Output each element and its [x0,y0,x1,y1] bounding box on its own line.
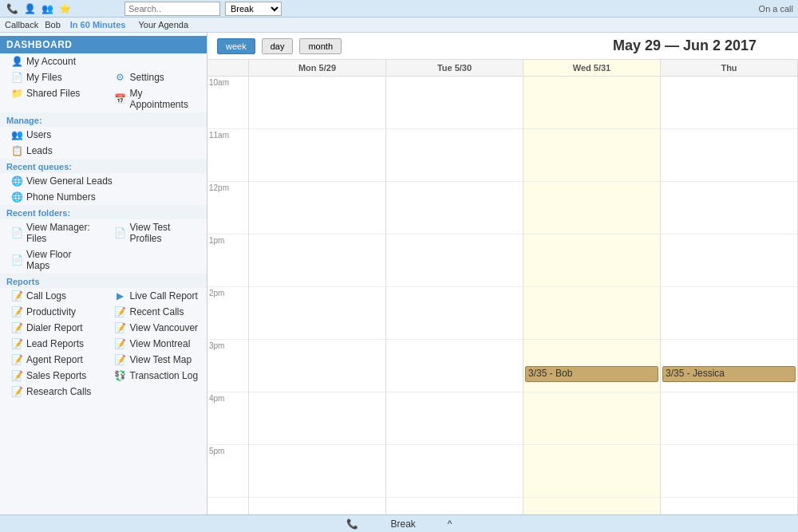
transaction-log-label: Transaction Log [130,370,199,381]
leads-label: Leads [26,145,53,156]
calendar: week day month May 29 — Jun 2 2017 Mon 5… [207,33,798,514]
time-2pm: 2pm [207,287,248,340]
productivity-label: Productivity [26,306,76,317]
bob-label: Bob [45,20,61,30]
view-month-button[interactable]: month [299,38,342,54]
agent-report-label: Agent Report [26,354,83,365]
tue-slot-3 [386,182,523,234]
sidebar-item-transaction-log[interactable]: 💱 Transaction Log [104,368,207,384]
mon-slot-2 [249,129,385,182]
sidebar-item-live-call[interactable]: ▶ Live Call Report [104,288,207,304]
mon-slot-6 [249,340,385,392]
dashboard-header: DASHBOARD [0,36,207,53]
event-jessica-label: 3/35 - Jessica [666,368,725,379]
sidebar-item-floor-maps[interactable]: 📄 View Floor Maps [0,246,104,274]
sidebar-item-recent-calls[interactable]: 📝 Recent Calls [104,304,207,320]
sidebar-item-shared-files[interactable]: 📁 Shared Files [0,85,104,101]
general-leads-icon: 🌐 [11,175,22,187]
live-call-icon: ▶ [115,290,126,301]
sidebar-item-my-account[interactable]: 👤 My Account [0,53,207,69]
star-icon: ⭐ [57,2,72,16]
cal-col-wed: 3/35 - Bob [523,77,661,514]
thu-slot-7 [661,392,797,445]
sidebar: DASHBOARD 👤 My Account 📄 My Files 📁 Shar… [0,33,207,514]
manage-header: Manage: [0,112,207,127]
cal-day-mon: Mon 5/29 [249,60,386,76]
sidebar-item-lead-reports[interactable]: 📝 Lead Reports [0,336,104,352]
sidebar-item-view-vancouver[interactable]: 📝 View Vancouver [104,320,207,336]
cal-col-thu: 3/35 - Jessica [661,77,798,514]
your-agenda-label: Your Agenda [138,20,188,30]
tue-slot-8 [386,445,523,498]
view-day-button[interactable]: day [262,38,294,54]
tue-slot-2 [386,129,523,182]
sidebar-item-my-files[interactable]: 📄 My Files [0,69,104,85]
floor-maps-icon: 📄 [11,254,22,266]
sidebar-item-general-leads[interactable]: 🌐 View General Leads [0,173,207,189]
cal-day-wed: Wed 5/31 [523,60,661,76]
bottom-bar: 📞 Break ^ [0,514,798,532]
time-labels: 10am 11am 12pm 1pm 2pm 3pm 4pm 5pm [207,77,249,514]
sidebar-item-appointments[interactable]: 📅 My Appointments [104,85,207,112]
event-bob[interactable]: 3/35 - Bob [525,366,658,382]
sidebar-item-productivity[interactable]: 📝 Productivity [0,304,104,320]
account-icon: 👤 [11,56,22,67]
view-general-leads-label: View General Leads [26,175,113,187]
reports-header: Reports [0,274,207,288]
recent-calls-label: Recent Calls [130,306,184,317]
users-label: Users [26,129,51,140]
time-3pm: 3pm [207,340,248,392]
tue-slot-6 [386,340,523,392]
view-week-button[interactable]: week [217,38,255,54]
settings-col: ⚙ Settings 📅 My Appointments [104,69,207,112]
view-test-map-label: View Test Map [130,354,192,365]
dialer-report-label: Dialer Report [26,322,83,333]
tue-slot-1 [386,77,523,129]
folders-left: 📄 View Manager: Files 📄 View Floor Maps [0,219,104,274]
my-account-label: My Account [26,56,76,67]
wed-slot-1 [523,77,660,129]
sidebar-item-call-logs[interactable]: 📝 Call Logs [0,288,104,304]
main-layout: DASHBOARD 👤 My Account 📄 My Files 📁 Shar… [0,33,798,514]
my-files-label: My Files [26,72,62,83]
calendar-header: week day month May 29 — Jun 2 2017 [207,33,798,60]
view-floor-maps-label: View Floor Maps [26,249,97,271]
status-dropdown[interactable]: Break Available Busy [225,2,282,16]
wed-slot-5 [523,287,660,340]
sidebar-item-view-test-map[interactable]: 📝 View Test Map [104,352,207,368]
mon-slot-7 [249,392,385,445]
productivity-icon: 📝 [11,306,22,317]
sidebar-item-test-profiles[interactable]: 📄 View Test Profiles [104,219,207,246]
lead-reports-icon: 📝 [11,338,22,349]
sidebar-item-research-calls[interactable]: 📝 Research Calls [0,384,104,400]
call-logs-icon: 📝 [11,290,22,301]
sidebar-item-agent-report[interactable]: 📝 Agent Report [0,352,104,368]
thu-slot-4 [661,234,797,287]
montreal-icon: 📝 [115,338,126,349]
sidebar-item-sales-reports[interactable]: 📝 Sales Reports [0,368,104,384]
event-jessica[interactable]: 3/35 - Jessica [662,366,796,382]
second-bar: Callback Bob In 60 Minutes Your Agenda [0,18,798,33]
mon-slot-1 [249,77,385,129]
sidebar-item-phone-numbers[interactable]: 🌐 Phone Numbers [0,189,207,205]
sidebar-item-dialer-report[interactable]: 📝 Dialer Report [0,320,104,336]
sidebar-item-users[interactable]: 👥 Users [0,127,207,143]
phone-numbers-icon: 🌐 [11,191,22,203]
search-input[interactable] [124,2,220,16]
sidebar-item-manager-files[interactable]: 📄 View Manager: Files [0,219,104,246]
sidebar-item-leads[interactable]: 📋 Leads [0,143,207,159]
sidebar-item-view-montreal[interactable]: 📝 View Montreal [104,336,207,352]
user-icon: 👤 [22,2,37,16]
mon-slot-3 [249,182,385,234]
bottom-icon-left: 📞 [346,518,359,530]
on-a-call-status: On a call [759,4,793,14]
calendar-days-body: 3/35 - Bob [249,77,798,514]
test-profiles-icon: 📄 [115,227,126,238]
files-settings-row: 📄 My Files 📁 Shared Files ⚙ Settings 📅 M… [0,69,207,112]
call-logs-label: Call Logs [26,290,66,301]
wed-slot-4 [523,234,660,287]
mon-slot-4 [249,234,385,287]
time-11am: 11am [207,129,248,182]
cal-day-thu: Thu [661,60,798,76]
sidebar-item-settings[interactable]: ⚙ Settings [104,69,207,85]
